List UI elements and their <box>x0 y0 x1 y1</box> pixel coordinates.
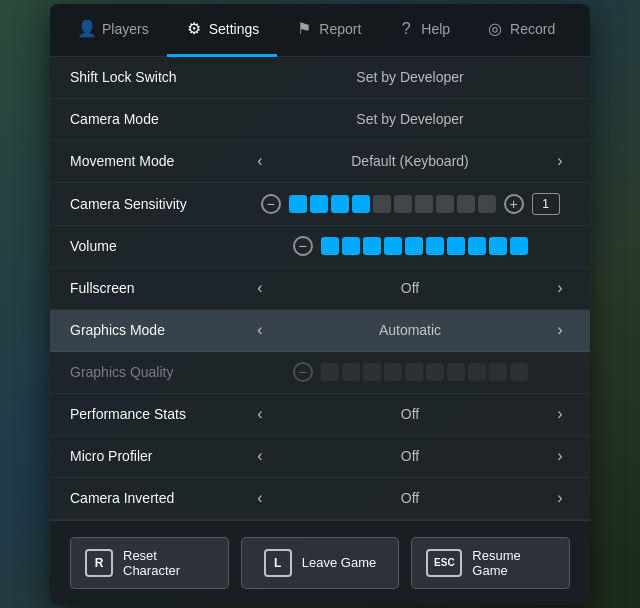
setting-label-performance-stats: Performance Stats <box>70 406 250 422</box>
slider-camera-sensitivity[interactable] <box>289 195 496 213</box>
arrow-right-camera-inverted[interactable]: › <box>550 489 570 507</box>
arrow-left-micro-profiler[interactable]: ‹ <box>250 447 270 465</box>
arrow-left-movement-mode[interactable]: ‹ <box>250 152 270 170</box>
setting-row-movement-mode: Movement Mode ‹ Default (Keyboard) › <box>50 141 590 183</box>
tab-label-players: Players <box>102 21 149 37</box>
minus-btn-graphics-quality[interactable]: − <box>293 362 313 382</box>
setting-control-camera-inverted: ‹ Off › <box>250 489 570 507</box>
settings-panel: 👤 Players ⚙ Settings ⚑ Report ? Help ◎ R… <box>50 4 590 605</box>
segment-0 <box>321 363 339 381</box>
segment-4 <box>405 237 423 255</box>
setting-control-graphics-quality: − <box>250 362 570 382</box>
segment-5 <box>426 363 444 381</box>
segment-2 <box>331 195 349 213</box>
setting-label-graphics-mode: Graphics Mode <box>70 322 250 338</box>
setting-row-micro-profiler: Micro Profiler ‹ Off › <box>50 436 590 478</box>
setting-control-volume: − <box>250 236 570 256</box>
segment-3 <box>384 237 402 255</box>
tab-help[interactable]: ? Help <box>379 4 468 57</box>
tab-bar: 👤 Players ⚙ Settings ⚑ Report ? Help ◎ R… <box>50 4 590 57</box>
setting-value-micro-profiler: Off <box>278 448 542 464</box>
setting-row-fullscreen: Fullscreen ‹ Off › <box>50 268 590 310</box>
segment-2 <box>363 237 381 255</box>
segment-0 <box>321 237 339 255</box>
setting-label-movement-mode: Movement Mode <box>70 153 250 169</box>
setting-label-camera-mode: Camera Mode <box>70 111 250 127</box>
setting-control-graphics-mode: ‹ Automatic › <box>250 321 570 339</box>
segment-6 <box>447 237 465 255</box>
segment-0 <box>289 195 307 213</box>
key-badge-leave: L <box>264 549 292 577</box>
arrow-left-graphics-mode[interactable]: ‹ <box>250 321 270 339</box>
setting-control-fullscreen: ‹ Off › <box>250 279 570 297</box>
settings-icon: ⚙ <box>185 20 203 38</box>
slider-graphics-quality[interactable] <box>321 363 528 381</box>
segment-4 <box>373 195 391 213</box>
setting-value-movement-mode: Default (Keyboard) <box>278 153 542 169</box>
minus-btn-camera-sensitivity[interactable]: − <box>261 194 281 214</box>
segment-3 <box>352 195 370 213</box>
setting-row-volume: Volume − <box>50 226 590 268</box>
settings-body: Shift Lock Switch Set by Developer Camer… <box>50 57 590 520</box>
key-badge-reset: R <box>85 549 113 577</box>
tab-players[interactable]: 👤 Players <box>60 4 167 57</box>
setting-control-performance-stats: ‹ Off › <box>250 405 570 423</box>
setting-value-fullscreen: Off <box>278 280 542 296</box>
footer-btn-reset[interactable]: R Reset Character <box>70 537 229 589</box>
footer-btn-resume[interactable]: ESC Resume Game <box>411 537 570 589</box>
setting-label-graphics-quality: Graphics Quality <box>70 364 250 380</box>
setting-row-camera-inverted: Camera Inverted ‹ Off › <box>50 478 590 520</box>
players-icon: 👤 <box>78 20 96 38</box>
setting-row-graphics-mode: Graphics Mode ‹ Automatic › <box>50 310 590 352</box>
value-box-camera-sensitivity: 1 <box>532 193 560 215</box>
arrow-right-micro-profiler[interactable]: › <box>550 447 570 465</box>
setting-control-camera-sensitivity: − + 1 <box>250 193 570 215</box>
tab-label-help: Help <box>421 21 450 37</box>
footer-btn-label-leave: Leave Game <box>302 555 376 570</box>
setting-control-shift-lock: Set by Developer <box>250 69 570 85</box>
setting-label-micro-profiler: Micro Profiler <box>70 448 250 464</box>
arrow-left-fullscreen[interactable]: ‹ <box>250 279 270 297</box>
arrow-left-performance-stats[interactable]: ‹ <box>250 405 270 423</box>
setting-label-volume: Volume <box>70 238 250 254</box>
setting-row-shift-lock: Shift Lock Switch Set by Developer <box>50 57 590 99</box>
tab-label-record: Record <box>510 21 555 37</box>
segment-5 <box>394 195 412 213</box>
segment-7 <box>468 363 486 381</box>
arrow-right-fullscreen[interactable]: › <box>550 279 570 297</box>
setting-control-micro-profiler: ‹ Off › <box>250 447 570 465</box>
setting-value-performance-stats: Off <box>278 406 542 422</box>
slider-volume[interactable] <box>321 237 528 255</box>
setting-row-camera-sensitivity: Camera Sensitivity − + 1 <box>50 183 590 226</box>
segment-1 <box>342 237 360 255</box>
segment-1 <box>310 195 328 213</box>
setting-label-camera-inverted: Camera Inverted <box>70 490 250 506</box>
segment-6 <box>415 195 433 213</box>
segment-7 <box>436 195 454 213</box>
tab-record[interactable]: ◎ Record <box>468 4 573 57</box>
minus-btn-volume[interactable]: − <box>293 236 313 256</box>
segment-9 <box>510 363 528 381</box>
segment-8 <box>489 237 507 255</box>
tab-report[interactable]: ⚑ Report <box>277 4 379 57</box>
footer-bar: R Reset Character L Leave Game ESC Resum… <box>50 520 590 605</box>
setting-value-shift-lock: Set by Developer <box>250 69 570 85</box>
arrow-left-camera-inverted[interactable]: ‹ <box>250 489 270 507</box>
setting-value-camera-inverted: Off <box>278 490 542 506</box>
setting-control-movement-mode: ‹ Default (Keyboard) › <box>250 152 570 170</box>
setting-row-graphics-quality: Graphics Quality − <box>50 352 590 394</box>
segment-4 <box>405 363 423 381</box>
plus-btn-camera-sensitivity[interactable]: + <box>504 194 524 214</box>
arrow-right-movement-mode[interactable]: › <box>550 152 570 170</box>
setting-control-camera-mode: Set by Developer <box>250 111 570 127</box>
setting-row-performance-stats: Performance Stats ‹ Off › <box>50 394 590 436</box>
setting-value-graphics-mode: Automatic <box>278 322 542 338</box>
tab-settings[interactable]: ⚙ Settings <box>167 4 278 57</box>
segment-9 <box>478 195 496 213</box>
segment-7 <box>468 237 486 255</box>
footer-btn-leave[interactable]: L Leave Game <box>241 537 400 589</box>
tab-label-settings: Settings <box>209 21 260 37</box>
arrow-right-graphics-mode[interactable]: › <box>550 321 570 339</box>
arrow-right-performance-stats[interactable]: › <box>550 405 570 423</box>
segment-5 <box>426 237 444 255</box>
